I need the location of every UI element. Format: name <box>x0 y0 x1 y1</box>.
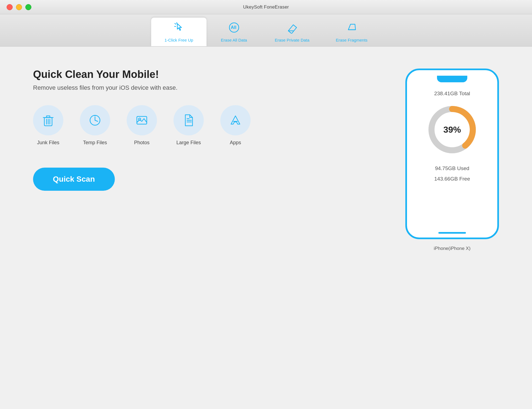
phone-home-bar <box>438 232 466 234</box>
tab-erase-fragments[interactable]: Erase Fragments <box>323 18 381 46</box>
junk-files-label: Junk Files <box>37 140 59 146</box>
subtext: Remove useless files from your iOS devic… <box>33 84 383 91</box>
device-free: 143.66GB Free <box>434 176 470 182</box>
phone-mockup: 238.41GB Total 39% 94.75GB Used 143.66GB… <box>405 69 499 239</box>
tab-erase-all[interactable]: All Erase All Data <box>207 18 262 46</box>
temp-files-item[interactable]: Temp Files <box>80 105 110 146</box>
one-click-icon <box>173 21 185 36</box>
photos-item[interactable]: Photos <box>127 105 157 146</box>
erase-private-icon <box>286 21 298 36</box>
fullscreen-button[interactable] <box>25 4 31 10</box>
svg-line-0 <box>175 23 176 24</box>
large-files-item[interactable]: Large Files <box>173 105 204 146</box>
tab-erase-fragments-label: Erase Fragments <box>336 38 368 42</box>
large-files-label: Large Files <box>176 140 201 146</box>
tab-one-click-label: 1-Click Free Up <box>164 38 193 42</box>
apps-label: Apps <box>230 140 241 146</box>
phone-notch <box>437 76 467 82</box>
tab-erase-private-label: Erase Private Data <box>275 38 310 42</box>
device-total: 238.41GB Total <box>434 91 470 97</box>
icons-row: Junk Files Temp Files <box>33 105 383 146</box>
minimize-button[interactable] <box>16 4 22 10</box>
tab-one-click[interactable]: 1-Click Free Up <box>151 18 206 46</box>
apps-icon-circle <box>220 105 251 135</box>
tab-erase-all-label: Erase All Data <box>221 38 247 42</box>
intro-section: Quick Clean Your Mobile! Remove useless … <box>33 69 383 91</box>
svg-point-15 <box>95 116 96 116</box>
erase-all-icon: All <box>228 21 240 36</box>
temp-files-icon-circle <box>80 105 110 135</box>
right-panel: 238.41GB Total 39% 94.75GB Used 143.66GB… <box>405 69 499 251</box>
headline: Quick Clean Your Mobile! <box>33 69 383 80</box>
title-bar: UkeySoft FoneEraser <box>0 0 532 14</box>
left-panel: Quick Clean Your Mobile! Remove useless … <box>33 69 383 191</box>
tab-erase-private[interactable]: Erase Private Data <box>262 18 323 46</box>
traffic-lights <box>7 4 31 10</box>
photos-label: Photos <box>134 140 150 146</box>
temp-files-label: Temp Files <box>83 140 107 146</box>
close-button[interactable] <box>7 4 13 10</box>
erase-fragments-icon <box>346 21 358 36</box>
quick-scan-button[interactable]: Quick Scan <box>33 168 115 191</box>
large-files-icon-circle <box>173 105 204 135</box>
junk-files-icon-circle <box>33 105 63 135</box>
window-title: UkeySoft FoneEraser <box>243 4 289 10</box>
donut-chart: 39% <box>425 102 480 157</box>
photos-icon-circle <box>127 105 157 135</box>
device-used: 94.75GB Used <box>435 165 469 171</box>
main-content: Quick Clean Your Mobile! Remove useless … <box>0 47 532 409</box>
svg-text:All: All <box>231 25 236 30</box>
device-name: iPhone(iPhone X) <box>434 246 470 251</box>
junk-files-item[interactable]: Junk Files <box>33 105 63 146</box>
apps-item[interactable]: Apps <box>220 105 251 146</box>
tab-bar: 1-Click Free Up All Erase All Data Erase… <box>0 14 532 47</box>
svg-line-14 <box>95 120 98 121</box>
usage-percent: 39% <box>443 125 461 135</box>
